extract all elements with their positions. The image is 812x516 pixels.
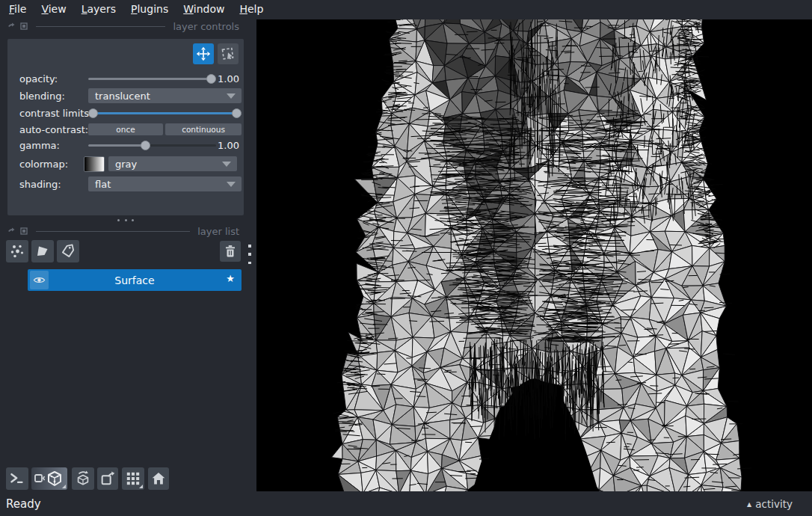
shading-value: flat [95, 179, 111, 190]
layer-controls-dock-titlebar: layer controls [0, 19, 256, 33]
shading-row: shading: flat [12, 176, 239, 192]
hide-dock-icon[interactable] [7, 227, 15, 235]
opacity-slider[interactable] [88, 74, 216, 84]
roll-dimensions-button[interactable] [72, 467, 94, 490]
new-labels-layer-button[interactable] [57, 240, 79, 262]
contrast-limits-max-handle[interactable] [232, 108, 242, 118]
status-message: Ready [6, 497, 41, 511]
chevron-down-icon [227, 182, 236, 187]
popup-corner-mark [139, 485, 143, 488]
auto-contrast-label: auto-contrast: [19, 124, 88, 135]
contrast-limits-row: contrast limits: [12, 105, 239, 121]
layer-row-surface[interactable]: Surface ★ [28, 269, 242, 291]
float-dock-icon[interactable] [20, 227, 28, 235]
chevron-down-icon [222, 162, 231, 167]
opacity-row: opacity: 1.00 [12, 70, 239, 87]
transform-mode-button[interactable] [218, 43, 239, 64]
shapes-icon [35, 244, 50, 259]
labels-tag-icon [61, 244, 76, 259]
popup-corner-mark [62, 485, 66, 488]
status-bar: Ready ▲ activity [0, 492, 812, 516]
transpose-dims-icon [99, 470, 116, 487]
pan-arrows-icon [196, 46, 211, 61]
trash-icon [224, 245, 237, 258]
panel-resize-handle[interactable] [117, 218, 134, 222]
ndisplay-2d-3d-toggle-button[interactable] [31, 467, 67, 490]
blending-dropdown[interactable]: translucent [88, 88, 242, 103]
gamma-slider-handle[interactable] [141, 141, 150, 150]
contrast-limits-label: contrast limits: [19, 108, 93, 119]
menu-help[interactable]: Help [232, 1, 271, 16]
dock-title-divider [36, 26, 165, 27]
transform-icon [221, 46, 236, 61]
home-reset-view-button[interactable] [148, 467, 169, 490]
grid-icon [126, 471, 141, 486]
colormap-gradient-thumbnail [84, 156, 105, 172]
console-button[interactable] [6, 467, 28, 490]
auto-contrast-once-button[interactable]: once [88, 123, 163, 135]
grid-view-button[interactable] [122, 467, 144, 490]
chevron-up-icon: ▲ [747, 501, 751, 508]
layer-list-dock-title: layer list [197, 226, 239, 237]
new-shapes-layer-button[interactable] [31, 240, 54, 262]
viewer-canvas[interactable] [256, 19, 812, 491]
napari-window: File View Layers Plugins Window Help lay… [0, 0, 812, 516]
gamma-label: gamma: [19, 140, 60, 151]
shading-label: shading: [19, 179, 61, 190]
gamma-value: 1.00 [214, 140, 239, 151]
opacity-label: opacity: [19, 73, 58, 85]
blending-value: translucent [95, 90, 150, 102]
gamma-row: gamma: 1.00 [12, 137, 239, 153]
points-icon [10, 244, 25, 259]
menu-bar: File View Layers Plugins Window Help [0, 0, 812, 18]
canvas-splitter-handle[interactable] [248, 245, 251, 264]
pan-zoom-mode-button[interactable] [193, 43, 214, 64]
colormap-value: gray [115, 159, 137, 170]
contrast-limits-min-handle[interactable] [88, 108, 98, 118]
2d-3d-toggle-icon [34, 470, 65, 487]
delete-layer-button[interactable] [220, 241, 241, 262]
colormap-row: colormap: gray [12, 156, 239, 172]
layer-list-dock-titlebar: layer list [0, 224, 256, 238]
blending-row: blending: translucent [12, 87, 239, 104]
layer-controls-panel: opacity: 1.00 blending: translucent cont… [7, 39, 244, 215]
layer-name: Surface [28, 274, 242, 286]
console-icon [10, 472, 25, 485]
home-icon [151, 471, 166, 486]
layer-visibility-button[interactable] [30, 271, 49, 289]
menu-file[interactable]: File [1, 1, 34, 16]
activity-toggle[interactable]: ▲ activity [747, 498, 793, 510]
shading-dropdown[interactable]: flat [88, 176, 242, 191]
colormap-dropdown[interactable]: gray [108, 156, 237, 171]
viewer-canvas-area [256, 19, 812, 491]
dock-title-divider [36, 231, 190, 232]
auto-contrast-row: auto-contrast: once continuous [12, 121, 239, 138]
new-points-layer-button[interactable] [6, 240, 28, 262]
menu-layers[interactable]: Layers [74, 1, 123, 16]
chevron-down-icon [227, 93, 236, 99]
gamma-slider[interactable] [88, 141, 216, 150]
hide-dock-icon[interactable] [7, 22, 15, 30]
menu-view[interactable]: View [34, 1, 73, 16]
eye-icon [33, 274, 46, 286]
float-dock-icon[interactable] [20, 22, 28, 30]
menu-plugins[interactable]: Plugins [123, 1, 176, 16]
opacity-value: 1.00 [214, 73, 239, 85]
layer-controls-dock-title: layer controls [173, 21, 239, 32]
auto-contrast-continuous-button[interactable]: continuous [165, 123, 242, 135]
star-icon[interactable]: ★ [226, 273, 235, 284]
colormap-label: colormap: [19, 159, 68, 170]
contrast-limits-slider[interactable] [88, 108, 242, 118]
blending-label: blending: [19, 90, 65, 102]
transpose-dimensions-button[interactable] [97, 467, 118, 490]
menu-window[interactable]: Window [176, 1, 232, 16]
roll-dims-cube-icon [75, 470, 91, 487]
activity-label: activity [755, 498, 793, 510]
